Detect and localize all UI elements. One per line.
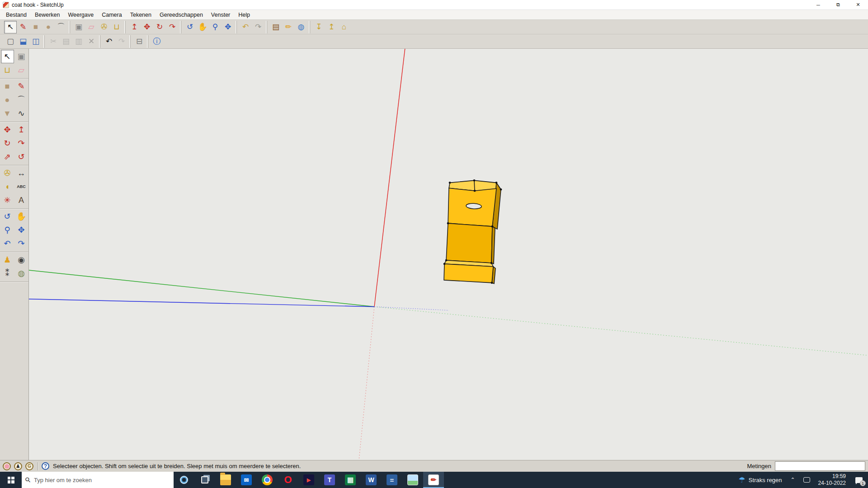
make-component-button[interactable]: ▣ xyxy=(72,21,85,33)
offset-button[interactable]: ↺ xyxy=(15,150,28,164)
photo-textures-button[interactable]: ✏ xyxy=(282,21,295,33)
undo-button[interactable]: ↶ xyxy=(103,35,115,48)
get-models-button[interactable]: ↧ xyxy=(312,21,325,33)
rectangle-button[interactable]: ■ xyxy=(1,80,14,93)
tape-measure-button[interactable]: ✇ xyxy=(1,166,14,180)
taskbar-file-explorer[interactable] xyxy=(215,472,236,488)
look-around-button[interactable]: ◉ xyxy=(15,253,28,267)
zoom-extents-button[interactable]: ✥ xyxy=(222,21,234,33)
model-canvas[interactable] xyxy=(29,49,868,460)
save-button[interactable]: ◫ xyxy=(29,35,42,48)
taskbar-task-view[interactable] xyxy=(194,472,215,488)
push-pull-button[interactable]: ↥ xyxy=(128,21,141,33)
walk-button[interactable]: ⁑ xyxy=(1,267,14,280)
taskbar-sketchup[interactable]: ✏ xyxy=(423,472,444,488)
section-plane-button[interactable]: ◍ xyxy=(15,267,28,280)
orbit-button[interactable]: ↺ xyxy=(1,210,14,223)
taskbar-search[interactable]: ⚲ xyxy=(22,472,174,488)
3d-text-button[interactable]: A xyxy=(15,193,28,207)
follow-me-button[interactable]: ↷ xyxy=(15,136,28,150)
freehand-button[interactable]: ∿ xyxy=(15,107,28,120)
weather-widget[interactable]: ☂ Straks regen xyxy=(734,472,787,488)
taskbar-opera[interactable]: O xyxy=(278,472,298,488)
zoom-button[interactable]: ⚲ xyxy=(209,21,222,33)
orbit-button[interactable]: ↺ xyxy=(184,21,196,33)
print-button[interactable]: ⊟ xyxy=(133,35,146,48)
restore-button[interactable]: ⧉ xyxy=(828,0,848,9)
menu-bewerken[interactable]: Bewerken xyxy=(31,11,64,19)
arc-button[interactable]: ⌒ xyxy=(55,21,67,33)
toggle-terrain-button[interactable]: ▤ xyxy=(269,21,282,33)
minimize-button[interactable]: ─ xyxy=(808,0,828,9)
geolocation-status-icon[interactable]: ⬤ xyxy=(3,462,11,470)
menu-camera[interactable]: Camera xyxy=(98,11,126,19)
text-button[interactable]: ABC xyxy=(15,180,28,193)
tray-device-icon[interactable] xyxy=(803,477,810,483)
circle-button[interactable]: ● xyxy=(1,93,14,107)
share-models-button[interactable]: ↥ xyxy=(325,21,338,33)
select-button[interactable]: ↖ xyxy=(1,50,14,63)
paint-bucket-button[interactable]: ⊔ xyxy=(1,63,14,77)
help-icon[interactable]: ? xyxy=(42,462,49,470)
menu-gereedschappen[interactable]: Gereedschappen xyxy=(156,11,207,19)
arc-button[interactable]: ⌒ xyxy=(15,93,28,107)
polygon-button[interactable]: ▼ xyxy=(1,107,14,120)
pan-button[interactable]: ✋ xyxy=(15,210,28,223)
model-info-button[interactable]: ⓘ xyxy=(151,35,163,48)
push-pull-button[interactable]: ↥ xyxy=(15,123,28,136)
move-button[interactable]: ✥ xyxy=(141,21,153,33)
zoom-extents-button[interactable]: ✥ xyxy=(15,223,28,237)
line-button[interactable]: ✎ xyxy=(17,21,29,33)
extension-warehouse-button[interactable]: ⌂ xyxy=(338,21,350,33)
signin-status-icon[interactable]: G xyxy=(25,462,33,470)
taskbar-cortana[interactable] xyxy=(174,472,194,488)
tape-measure-button[interactable]: ✇ xyxy=(98,21,110,33)
rotate-button[interactable]: ↻ xyxy=(153,21,166,33)
previous-view-button[interactable]: ↶ xyxy=(239,21,252,33)
menu-tekenen[interactable]: Tekenen xyxy=(126,11,156,19)
rotate-button[interactable]: ↻ xyxy=(1,136,14,150)
taskbar-excel[interactable]: ▦ xyxy=(340,472,361,488)
taskbar-calculator[interactable]: = xyxy=(382,472,402,488)
copy-button[interactable]: ▤ xyxy=(60,35,72,48)
new-button[interactable]: ▢ xyxy=(4,35,17,48)
move-button[interactable]: ✥ xyxy=(1,123,14,136)
paint-bucket-button[interactable]: ⊔ xyxy=(110,21,123,33)
protractor-button[interactable]: ◖ xyxy=(1,180,14,193)
axes-button[interactable]: ✳ xyxy=(1,193,14,207)
taskbar-word[interactable]: W xyxy=(361,472,382,488)
clock-widget[interactable]: 19:59 24-10-2022 xyxy=(814,472,850,488)
taskbar-media[interactable]: ▶ xyxy=(298,472,319,488)
dimension-button[interactable]: ↔ xyxy=(15,166,28,180)
circle-button[interactable]: ● xyxy=(42,21,55,33)
cut-button[interactable]: ✂ xyxy=(47,35,60,48)
pan-button[interactable]: ✋ xyxy=(196,21,209,33)
eraser-button[interactable]: ▱ xyxy=(85,21,98,33)
credits-status-icon[interactable]: ♟ xyxy=(14,462,22,470)
scale-button[interactable]: ⇗ xyxy=(1,150,14,164)
select-button[interactable]: ↖ xyxy=(4,21,17,33)
search-input[interactable] xyxy=(34,477,170,483)
delete-button[interactable]: ✕ xyxy=(85,35,98,48)
menu-bestand[interactable]: Bestand xyxy=(2,11,31,19)
notification-center-button[interactable]: 1 xyxy=(850,472,868,488)
zoom-button[interactable]: ⚲ xyxy=(1,223,14,237)
menu-venster[interactable]: Venster xyxy=(207,11,234,19)
follow-me-button[interactable]: ↷ xyxy=(166,21,179,33)
start-button[interactable] xyxy=(0,472,22,488)
menu-weergave[interactable]: Weergave xyxy=(64,11,98,19)
position-camera-button[interactable]: ♟ xyxy=(1,253,14,267)
close-button[interactable]: ✕ xyxy=(848,0,868,9)
rectangle-button[interactable]: ■ xyxy=(29,21,42,33)
hidden-icons-chevron[interactable]: ⌃ xyxy=(787,472,799,488)
make-component-button[interactable]: ▣ xyxy=(15,50,28,63)
add-location-button[interactable]: ◍ xyxy=(295,21,307,33)
line-button[interactable]: ✎ xyxy=(15,80,28,93)
taskbar-mail[interactable]: ✉ xyxy=(236,472,257,488)
measurements-input[interactable] xyxy=(775,461,865,471)
menu-help[interactable]: Help xyxy=(234,11,254,19)
taskbar-image-viewer[interactable] xyxy=(402,472,423,488)
open-button[interactable]: ⬓ xyxy=(17,35,29,48)
previous-view-button[interactable]: ↶ xyxy=(1,237,14,250)
paste-button[interactable]: ▥ xyxy=(72,35,85,48)
